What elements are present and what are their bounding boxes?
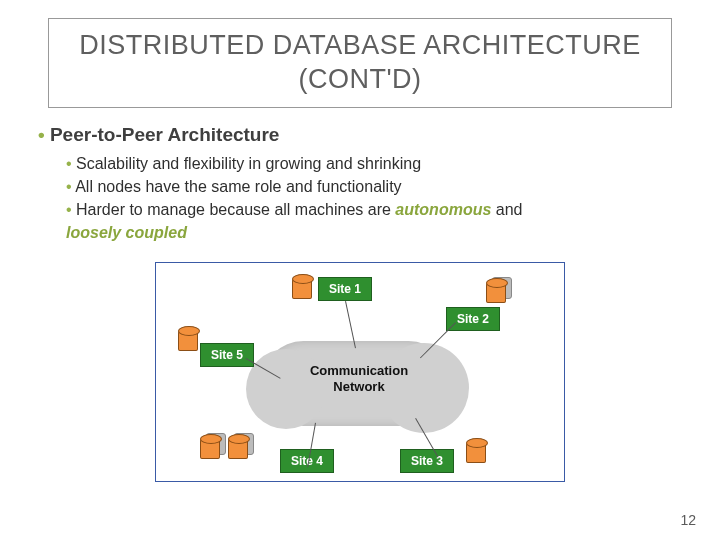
network-diagram: Communication Network Site 1 Site 2 Site… <box>155 262 565 482</box>
cloud-label-line1: Communication <box>310 363 408 378</box>
list-item: Scalability and flexibility in growing a… <box>66 152 690 175</box>
site-box: Site 3 <box>400 449 454 473</box>
emphasis-loosely-coupled: loosely coupled <box>66 224 187 241</box>
title-box: DISTRIBUTED DATABASE ARCHITECTURE (CONT'… <box>48 18 672 108</box>
site-box: Site 2 <box>446 307 500 331</box>
content-area: Peer-to-Peer Architecture Scalability an… <box>0 116 720 483</box>
site-box: Site 1 <box>318 277 372 301</box>
database-icon <box>200 437 220 459</box>
list-item: All nodes have the same role and functio… <box>66 175 690 198</box>
list-item: Harder to manage because all machines ar… <box>66 198 690 244</box>
slide-title: DISTRIBUTED DATABASE ARCHITECTURE (CONT'… <box>61 29 659 97</box>
sub-bullet-list: Scalability and flexibility in growing a… <box>66 152 690 245</box>
bullet-text: and <box>491 201 522 218</box>
database-icon <box>466 441 486 463</box>
bullet-text: Harder to manage because all machines ar… <box>76 201 395 218</box>
site-box: Site 5 <box>200 343 254 367</box>
database-icon <box>292 277 312 299</box>
database-icon <box>178 329 198 351</box>
cloud-label: Communication Network <box>284 363 434 394</box>
page-number: 12 <box>680 512 696 528</box>
database-icon <box>486 281 506 303</box>
main-bullet: Peer-to-Peer Architecture <box>38 124 690 146</box>
site-box: Site 4 <box>280 449 334 473</box>
emphasis-autonomous: autonomous <box>395 201 491 218</box>
database-icon <box>228 437 248 459</box>
cloud-label-line2: Network <box>333 379 384 394</box>
